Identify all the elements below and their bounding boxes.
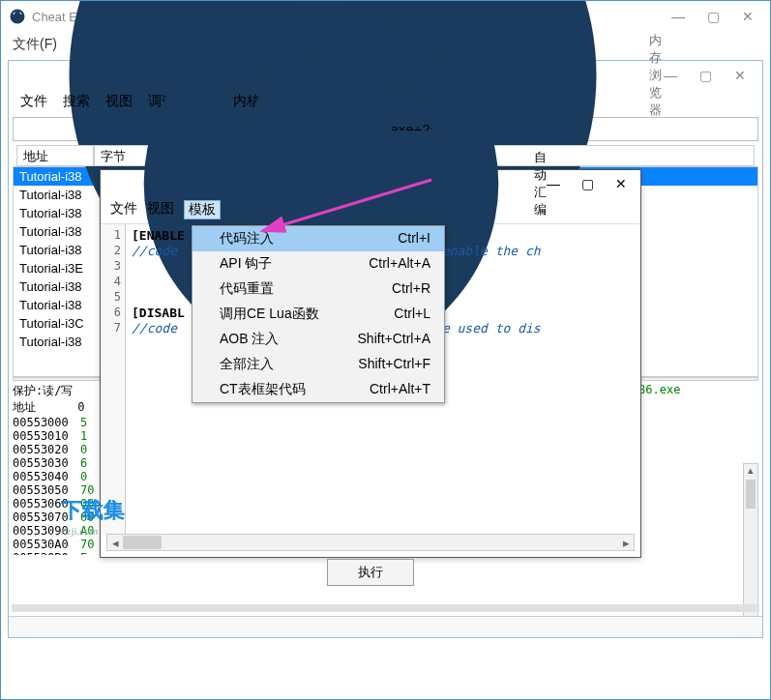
aa-maximize-button[interactable]: ▢ <box>581 176 594 191</box>
template-dropdown: 代码注入Ctrl+IAPI 钩子Ctrl+Alt+A代码重置Ctrl+R调用CE… <box>192 225 445 403</box>
menu-item-label: 调用CE Lua函数 <box>220 306 319 323</box>
template-menu-item[interactable]: API 钩子Ctrl+Alt+A <box>193 251 444 277</box>
aa-menu-view[interactable]: 视图 <box>147 200 174 219</box>
aa-close-button[interactable]: ✕ <box>615 176 627 191</box>
mv-maximize-button[interactable]: ▢ <box>697 68 714 83</box>
menu-item-shortcut: Ctrl+L <box>394 306 430 323</box>
mv-menu-search[interactable]: 搜索 <box>63 93 90 110</box>
minimize-button[interactable]: — <box>669 9 687 24</box>
scroll-thumb[interactable] <box>123 536 162 549</box>
menu-item-shortcut: Ctrl+R <box>392 280 430 298</box>
menu-item-label: 代码注入 <box>220 230 274 248</box>
hex-address: 00553060 <box>13 497 80 510</box>
line-gutter: 1234567 <box>101 224 126 534</box>
aa-menu-file[interactable]: 文件 <box>110 200 137 219</box>
close-button[interactable]: ✕ <box>739 9 756 24</box>
line-number: 7 <box>101 321 121 336</box>
menu-item-label: AOB 注入 <box>220 331 279 348</box>
menu-item-shortcut: Shift+Ctrl+F <box>358 356 430 373</box>
hex-address: 005530A0 <box>13 538 80 551</box>
status-bar <box>9 616 762 637</box>
menu-item-shortcut: Shift+Ctrl+A <box>358 331 430 348</box>
scroll-up-icon[interactable]: ▴ <box>744 464 757 478</box>
template-menu-item[interactable]: 全部注入Shift+Ctrl+F <box>193 352 444 377</box>
hex-col-header: 地址 0 <box>13 399 85 416</box>
hex-address: 00553000 <box>13 416 80 429</box>
col-address[interactable]: 地址 <box>16 145 94 166</box>
template-menu-item[interactable]: 代码重置Ctrl+R <box>193 277 444 302</box>
memory-viewer-title: 内存浏览器 <box>649 32 662 119</box>
mv-menu-file[interactable]: 文件 <box>20 93 47 110</box>
template-menu-item[interactable]: AOB 注入Shift+Ctrl+A <box>193 327 444 352</box>
execute-button[interactable]: 执行 <box>327 559 414 586</box>
scroll-right-icon[interactable]: ▸ <box>618 536 634 550</box>
hex-protect-label: 保护:读/写 <box>13 383 73 399</box>
hex-address: 00553020 <box>13 443 80 456</box>
hex-address: 00553040 <box>13 470 80 483</box>
aa-minimize-button[interactable]: — <box>547 176 560 191</box>
line-number: 3 <box>101 259 121 275</box>
aa-menu-template[interactable]: 模板 <box>184 200 221 219</box>
template-menu-item[interactable]: 调用CE Lua函数Ctrl+L <box>193 302 444 327</box>
menu-item-label: CT表框架代码 <box>220 381 306 398</box>
aa-hscrollbar[interactable]: ◂ ▸ <box>106 534 635 551</box>
mv-close-button[interactable]: ✕ <box>731 68 749 83</box>
template-menu-item[interactable]: 代码注入Ctrl+I <box>193 226 444 251</box>
auto-assemble-titlebar[interactable]: 自动汇编 — ▢ ✕ <box>101 170 640 197</box>
menu-item-label: 代码重置 <box>220 280 274 298</box>
line-number: 6 <box>101 306 121 321</box>
hex-address: 005530B0 <box>13 551 80 555</box>
menu-item-shortcut: Ctrl+I <box>398 230 430 248</box>
hex-address: 00553090 <box>13 524 80 538</box>
scroll-left-icon[interactable]: ◂ <box>107 536 123 550</box>
hex-address: 00553010 <box>13 429 80 443</box>
line-number: 2 <box>101 244 121 259</box>
menu-item-shortcut: Ctrl+Alt+T <box>370 381 430 398</box>
line-number: 1 <box>101 228 121 244</box>
menu-item-shortcut: Ctrl+Alt+A <box>369 255 430 273</box>
line-number: 5 <box>101 290 121 306</box>
auto-assemble-title: 自动汇编 <box>534 149 547 219</box>
hex-address: 00553030 <box>13 456 80 470</box>
bottom-splitter[interactable] <box>12 604 759 612</box>
mv-minimize-button[interactable]: — <box>662 68 679 83</box>
menu-item-label: API 钩子 <box>220 255 272 273</box>
menu-item-label: 全部注入 <box>220 356 274 373</box>
maximize-button[interactable]: ▢ <box>704 9 722 24</box>
hex-address: 00553070 <box>13 510 80 524</box>
scroll-thumb[interactable] <box>746 480 756 509</box>
template-menu-item[interactable]: CT表框架代码Ctrl+Alt+T <box>193 377 444 402</box>
line-number: 4 <box>101 275 121 290</box>
hex-address: 00553050 <box>13 483 80 497</box>
